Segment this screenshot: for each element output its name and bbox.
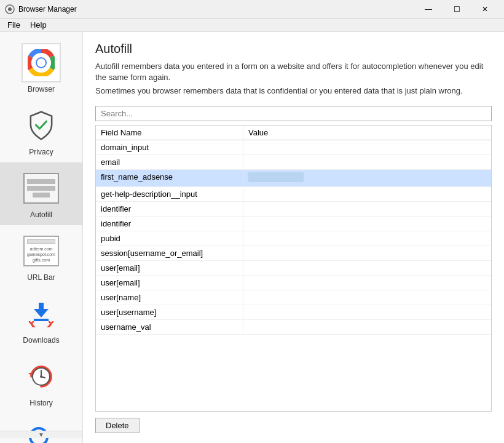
value-cell xyxy=(243,276,491,290)
content-area: Autofill Autofill remembers data you ent… xyxy=(83,32,504,443)
sidebar-item-downloads[interactable]: Downloads xyxy=(0,288,82,351)
sidebar-item-browser[interactable]: Browser xyxy=(0,37,82,100)
app-icon xyxy=(5,4,15,14)
table-row[interactable]: session[username_or_email] xyxy=(96,246,491,261)
value-cell xyxy=(243,155,491,169)
downloads-icon xyxy=(22,294,61,333)
sidebar-label-privacy: Privacy xyxy=(29,148,53,156)
autofill-table: Field Name Value domain_inputemailfirst_… xyxy=(95,125,492,412)
menu-file[interactable]: File xyxy=(2,19,25,31)
table-row[interactable]: email xyxy=(96,155,491,170)
titlebar: Browser Manager — ☐ ✕ xyxy=(0,0,504,18)
menu-help[interactable]: Help xyxy=(25,19,52,31)
table-body: domain_inputemailfirst_name_adsenseget-h… xyxy=(96,140,491,335)
value-cell xyxy=(243,187,491,201)
sidebar-item-autofill[interactable]: Autofill xyxy=(0,162,82,225)
autofill-icon xyxy=(22,169,61,208)
field-cell: identifier xyxy=(96,217,243,231)
column-header-field: Field Name xyxy=(96,126,243,140)
sidebar-item-privacy[interactable]: Privacy xyxy=(0,100,82,162)
sidebar-scroll-down[interactable]: ▼ xyxy=(0,431,82,438)
urlbar-icon: adterm.com gamespot.com gifts.com xyxy=(22,231,61,271)
field-cell: domain_input xyxy=(96,140,243,154)
window-title: Browser Manager xyxy=(18,5,414,14)
field-cell: session[username_or_email] xyxy=(96,246,243,260)
page-title: Autofill xyxy=(95,42,492,56)
description-1: Autofill remembers data you entered in a… xyxy=(95,61,492,83)
svg-point-4 xyxy=(37,58,45,67)
field-cell: user[username] xyxy=(96,305,243,319)
table-row[interactable]: domain_input xyxy=(96,140,491,155)
table-row[interactable]: user[name] xyxy=(96,290,491,305)
table-row[interactable]: first_name_adsense xyxy=(96,170,491,187)
field-cell: username_val xyxy=(96,320,243,334)
field-cell: user[email] xyxy=(96,261,243,275)
svg-marker-5 xyxy=(34,303,49,317)
sidebar-label-autofill: Autofill xyxy=(30,210,52,219)
close-button[interactable]: ✕ xyxy=(471,0,499,18)
menubar: File Help xyxy=(0,18,504,32)
column-header-value: Value xyxy=(243,126,491,140)
search-input[interactable] xyxy=(95,106,492,121)
sidebar: Browser Privacy Autofill xyxy=(0,32,83,443)
field-cell: first_name_adsense xyxy=(96,170,243,186)
sidebar-item-history[interactable]: History xyxy=(0,351,82,413)
sidebar-label-history: History xyxy=(30,399,52,407)
delete-button[interactable]: Delete xyxy=(95,418,140,433)
maximize-button[interactable]: ☐ xyxy=(443,0,471,18)
value-cell xyxy=(243,170,491,186)
sidebar-item-search[interactable]: Search xyxy=(0,413,82,443)
value-cell xyxy=(243,217,491,231)
browser-icon xyxy=(22,43,61,82)
table-row[interactable]: pubid xyxy=(96,231,491,246)
sidebar-label-urlbar: URL Bar xyxy=(27,273,55,282)
table-row[interactable]: identifier xyxy=(96,202,491,217)
svg-point-11 xyxy=(40,375,42,378)
table-row[interactable]: get-help-description__input xyxy=(96,187,491,202)
field-cell: pubid xyxy=(96,231,243,245)
field-cell: user[name] xyxy=(96,290,243,305)
field-cell: identifier xyxy=(96,202,243,216)
privacy-icon xyxy=(22,106,61,145)
value-cell xyxy=(243,290,491,305)
field-cell: get-help-description__input xyxy=(96,187,243,201)
sidebar-label-browser: Browser xyxy=(28,85,55,94)
window-controls: — ☐ ✕ xyxy=(414,0,499,18)
table-row[interactable]: user[email] xyxy=(96,276,491,290)
field-cell: email xyxy=(96,155,243,169)
sidebar-label-downloads: Downloads xyxy=(23,336,59,345)
table-row[interactable]: username_val xyxy=(96,320,491,335)
field-cell: user[email] xyxy=(96,276,243,290)
svg-rect-6 xyxy=(34,319,49,321)
main-layout: Browser Privacy Autofill xyxy=(0,32,504,443)
value-cell xyxy=(243,140,491,154)
svg-point-1 xyxy=(8,7,12,11)
table-row[interactable]: user[email] xyxy=(96,261,491,276)
description-2: Sometimes you browser remembers data tha… xyxy=(95,86,492,97)
table-row[interactable]: identifier xyxy=(96,217,491,231)
value-cell xyxy=(243,305,491,319)
history-icon xyxy=(22,357,61,396)
table-row[interactable]: user[username] xyxy=(96,305,491,320)
sidebar-item-urlbar[interactable]: adterm.com gamespot.com gifts.com URL Ba… xyxy=(0,225,82,288)
table-header: Field Name Value xyxy=(96,126,491,140)
minimize-button[interactable]: — xyxy=(414,0,443,18)
value-cell xyxy=(243,246,491,260)
value-cell xyxy=(243,202,491,216)
value-highlight xyxy=(248,172,304,182)
value-cell xyxy=(243,231,491,245)
value-cell xyxy=(243,320,491,334)
value-cell xyxy=(243,261,491,275)
